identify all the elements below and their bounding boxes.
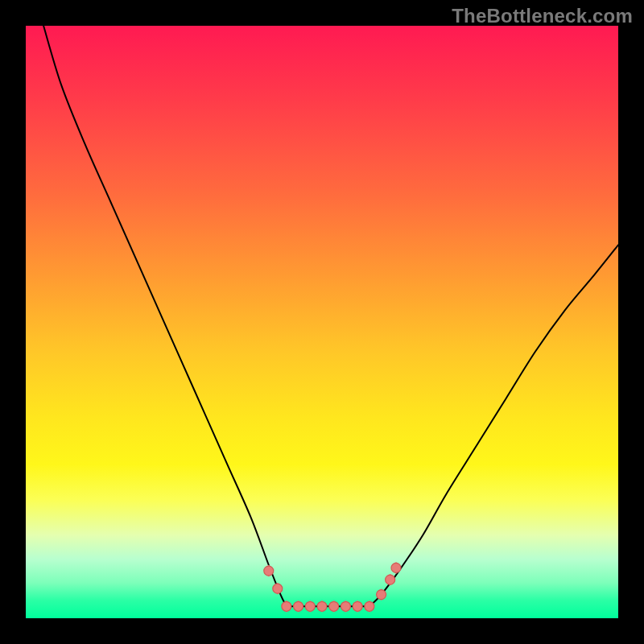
watermark-text: TheBottleneck.com <box>452 5 633 27</box>
marker-dot <box>391 563 401 572</box>
marker-dot <box>294 601 303 611</box>
marker-dot <box>341 601 350 611</box>
marker-dot <box>282 601 291 611</box>
plot-area <box>26 26 618 618</box>
bottleneck-curve <box>26 26 618 618</box>
marker-dot <box>317 601 327 611</box>
curve-left-branch <box>43 26 287 606</box>
marker-dot <box>386 575 395 584</box>
marker-dot <box>305 601 315 611</box>
marker-dot <box>365 601 374 611</box>
marker-dot <box>264 566 274 576</box>
chart-frame: TheBottleneck.com <box>0 0 644 644</box>
marker-dot <box>377 590 386 600</box>
curve-right-branch <box>369 245 618 606</box>
marker-dot <box>273 584 283 593</box>
marker-dot <box>329 601 339 611</box>
marker-dot <box>353 601 362 611</box>
